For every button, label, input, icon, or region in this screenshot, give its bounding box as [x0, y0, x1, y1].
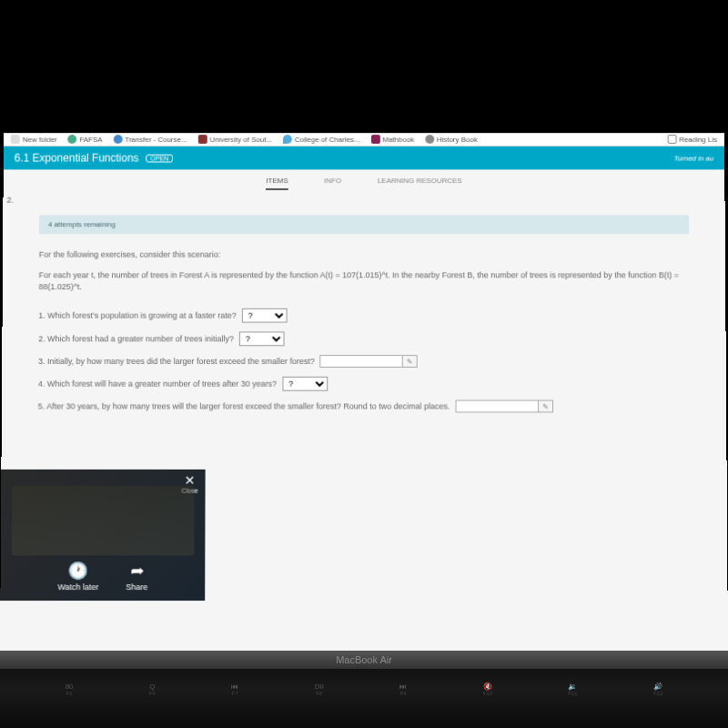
- key: 80F1: [66, 682, 74, 696]
- open-badge: OPEN: [146, 154, 173, 162]
- attempts-remaining: 4 attempts remaining: [39, 215, 689, 234]
- bookmark-transfer[interactable]: Transfer - Course...: [113, 135, 187, 144]
- share-button[interactable]: ➦ Share: [126, 561, 147, 592]
- bookmark-college[interactable]: College of Charles...: [283, 135, 360, 144]
- q3-input-wrap: ✎: [320, 355, 418, 368]
- q5-input[interactable]: [456, 401, 538, 412]
- clock-icon: 🕐: [57, 561, 98, 581]
- bookmark-mathbook[interactable]: Mathbook: [370, 135, 414, 144]
- key: DIIF8: [315, 682, 324, 696]
- bookmark-university[interactable]: University of Sout...: [197, 135, 272, 144]
- macbook-label: MacBook Air: [0, 651, 728, 669]
- question-2: 2. Which forest had a greater number of …: [38, 332, 690, 347]
- laptop-body: MacBook Air 80F1 QF4 ⏮F7 DIIF8 ⏭F9 🔇F10 …: [0, 651, 728, 728]
- question-text: 1. Which forest's population is growing …: [38, 311, 236, 320]
- bookmark-label: Transfer - Course...: [125, 136, 187, 144]
- question-4: 4. Which forest will have a greater numb…: [38, 377, 690, 391]
- site-icon: [197, 135, 207, 144]
- site-icon: [113, 135, 122, 144]
- folder-icon: [11, 135, 20, 144]
- scenario-text: For the following exercises, consider th…: [39, 250, 690, 259]
- key: 🔉F11: [568, 682, 577, 696]
- black-top-area: [4, 8, 724, 133]
- bookmark-label: Mathbook: [382, 136, 414, 144]
- site-icon: [425, 135, 434, 144]
- bookmark-history[interactable]: History Book: [425, 135, 478, 144]
- action-label: Watch later: [57, 582, 98, 592]
- bookmark-label: University of Sout...: [209, 136, 272, 144]
- bookmark-label: College of Charles...: [295, 136, 360, 144]
- content-area: 4 attempts remaining For the following e…: [2, 197, 727, 440]
- key: QF4: [149, 682, 156, 696]
- keyboard: 80F1 QF4 ⏮F7 DIIF8 ⏭F9 🔇F10 🔉F11 🔊F12: [0, 669, 728, 710]
- bookmark-label: Reading Lis: [679, 136, 717, 144]
- bookmarks-bar: New folder FAFSA Transfer - Course... Un…: [4, 133, 724, 147]
- reading-list[interactable]: Reading Lis: [667, 135, 717, 144]
- site-icon: [283, 135, 292, 144]
- key: 🔊F12: [653, 682, 662, 696]
- bookmark-label: History Book: [437, 136, 478, 144]
- question-1: 1. Which forest's population is growing …: [38, 308, 689, 323]
- input-tools-icon[interactable]: ✎: [538, 401, 552, 412]
- question-text: 4. Which forest will have a greater numb…: [38, 379, 277, 389]
- tab-learning[interactable]: LEARNING RESOURCES: [378, 177, 462, 190]
- question-number: 2.: [6, 196, 14, 205]
- assignment-title: 6.1 Exponential Functions: [15, 152, 139, 165]
- site-icon: [67, 135, 76, 144]
- q1-select[interactable]: ?: [242, 308, 288, 323]
- formula-text: For each year t, the number of trees in …: [39, 269, 690, 292]
- reading-icon: [667, 135, 676, 144]
- bookmark-label: FAFSA: [79, 136, 102, 144]
- bookmark-newfolder[interactable]: New folder: [11, 135, 57, 144]
- status-text: Turned in au: [673, 154, 713, 162]
- assignment-header: 6.1 Exponential Functions OPEN Turned in…: [4, 147, 725, 169]
- key: ⏮F7: [231, 682, 238, 696]
- tab-info[interactable]: INFO: [324, 177, 341, 190]
- q2-select[interactable]: ?: [239, 332, 285, 347]
- q5-input-wrap: ✎: [455, 400, 553, 413]
- key: ⏭F9: [399, 682, 407, 696]
- watch-later-button[interactable]: 🕐 Watch later: [57, 561, 98, 592]
- q4-select[interactable]: ?: [282, 377, 328, 391]
- action-label: Share: [126, 582, 147, 592]
- site-icon: [370, 135, 379, 144]
- video-thumbnail[interactable]: [12, 486, 195, 556]
- input-tools-icon[interactable]: ✎: [402, 356, 417, 367]
- question-text: 5. After 30 years, by how many trees wil…: [38, 402, 450, 411]
- video-overlay: ✕ Close 🕐 Watch later ➦ Share: [0, 470, 205, 601]
- tab-items[interactable]: ITEMS: [266, 177, 288, 190]
- share-icon: ➦: [126, 561, 147, 581]
- question-5: 5. After 30 years, by how many trees wil…: [38, 400, 691, 413]
- bookmark-fafsa[interactable]: FAFSA: [67, 135, 102, 144]
- tabs-nav: ITEMS INFO LEARNING RESOURCES: [4, 169, 725, 197]
- key: 🔇F10: [483, 682, 492, 696]
- question-3: 3. Initially, by how many trees did the …: [38, 355, 690, 368]
- q3-input[interactable]: [321, 356, 403, 367]
- bookmark-label: New folder: [23, 136, 57, 144]
- question-text: 3. Initially, by how many trees did the …: [38, 357, 315, 366]
- question-text: 2. Which forest had a greater number of …: [38, 335, 234, 344]
